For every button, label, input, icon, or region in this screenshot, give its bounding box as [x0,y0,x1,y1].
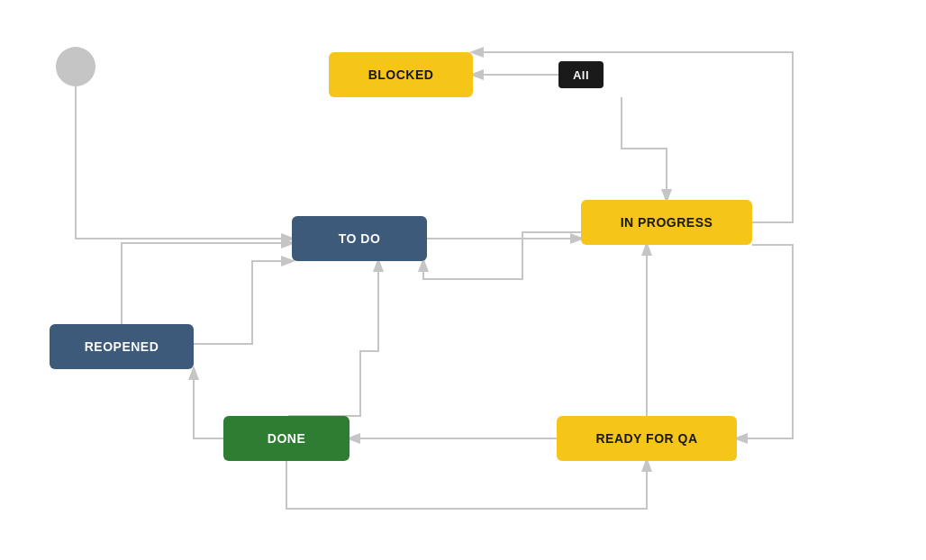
workflow-diagram: BLOCKED All TO DO IN PROGRESS REOPENED D… [0,0,926,560]
readyforqa-node[interactable]: READY FOR QA [557,416,737,461]
readyforqa-label: READY FOR QA [595,431,697,446]
todo-node[interactable]: TO DO [292,216,427,261]
todo-label: TO DO [339,231,381,246]
blocked-node[interactable]: BLOCKED [329,52,473,97]
done-node[interactable]: DONE [223,416,350,461]
reopened-node[interactable]: REOPENED [50,324,194,369]
inprogress-node[interactable]: IN PROGRESS [581,200,752,245]
done-label: DONE [268,431,305,446]
blocked-label: BLOCKED [368,68,434,82]
reopened-label: REOPENED [85,339,159,354]
all-badge[interactable]: All [558,61,604,88]
all-label: All [573,68,589,82]
start-state [56,47,95,86]
inprogress-label: IN PROGRESS [621,215,713,230]
